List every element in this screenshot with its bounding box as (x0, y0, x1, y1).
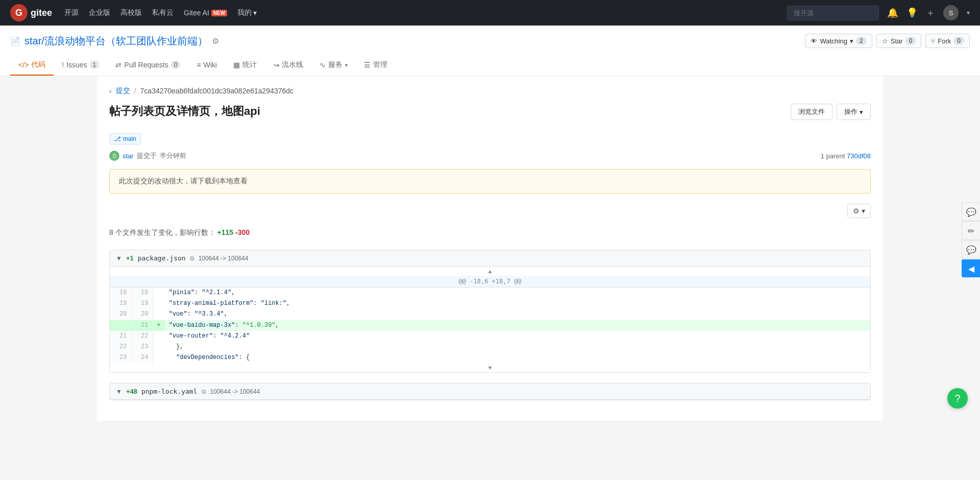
breadcrumb-separator: / (134, 87, 136, 95)
main-content: ‹ 提交 / 7ca34270eab6fdafc001dc39a082e61a2… (97, 76, 883, 421)
notice-box: 此次提交的改动很大，请下载到本地查看 (109, 169, 871, 194)
float-chat-icon[interactable]: 💬 (962, 203, 980, 221)
line-marker (153, 342, 165, 352)
file-diff-toggle-1[interactable]: ▼ (116, 255, 122, 262)
file-diff-toggle-2[interactable]: ▼ (116, 388, 122, 395)
nav-private[interactable]: 私有云 (152, 8, 174, 17)
tab-code[interactable]: </> 代码 (10, 55, 54, 76)
tab-pipeline[interactable]: ↝ 流水线 (265, 55, 311, 76)
breadcrumb-commits-link[interactable]: 提交 (116, 86, 130, 95)
commit-author-info: S star 提交于 半分钟前 (109, 151, 186, 161)
nav-right: 🔔 💡 ＋ S ▾ (787, 5, 970, 20)
commit-meta: S star 提交于 半分钟前 1 parent 730df08 (109, 151, 871, 161)
user-avatar[interactable]: S (943, 5, 959, 20)
watching-button[interactable]: 👁 Watching ▾ 2 (805, 34, 872, 48)
file-diff-pnpm-lock: ▼ +48 pnpm-lock.yaml ⧉ 100644 -> 100644 (109, 383, 871, 400)
file-diff-copy-icon-1[interactable]: ⧉ (190, 255, 194, 262)
tab-services[interactable]: ∿ 服务 ▾ (311, 55, 356, 76)
file-diff-filename-1[interactable]: package.json (138, 254, 186, 262)
line-content: "vue-router": "^4.2.4" (165, 331, 870, 342)
repo-full-path[interactable]: star/流浪动物平台（软工团队作业前端） (24, 34, 208, 48)
ai-new-badge: NEW (211, 10, 227, 16)
line-new-num: 22 (131, 331, 153, 342)
line-marker (153, 298, 165, 309)
repo-title-row: 📄 star/流浪动物平台（软工团队作业前端） ⚙ 👁 Watching ▾ 2… (10, 34, 970, 48)
author-avatar: S (109, 151, 119, 161)
issues-badge: 1 (90, 61, 100, 69)
parent-hash-link[interactable]: 730df08 (847, 152, 871, 160)
author-name-link[interactable]: star (122, 152, 134, 160)
tab-pullrequests[interactable]: ⇄ Pull Requests 0 (107, 55, 188, 76)
lamp-icon[interactable]: 💡 (906, 7, 918, 18)
commit-verb: 提交于 (137, 151, 157, 160)
gitee-logo-text: gitee (31, 8, 52, 18)
fork-button[interactable]: ⑂ Fork 0 (925, 34, 970, 48)
star-button[interactable]: ☆ Star 0 (876, 34, 922, 48)
line-marker: + (153, 320, 165, 331)
line-content: "pinia": "^2.1.4", (165, 287, 870, 298)
top-navigation: G gitee 开源 企业版 高校版 私有云 Gitee AI NEW 我的 ▾… (0, 0, 980, 26)
tab-admin[interactable]: ☰ 管理 (356, 55, 396, 76)
file-diff-filename-2[interactable]: pnpm-lock.yaml (141, 388, 198, 395)
star-count: 0 (905, 37, 916, 45)
fork-count: 0 (953, 37, 964, 45)
file-diff-header-1: ▼ +1 package.json ⧉ 100644 -> 100644 (110, 250, 870, 267)
diff-line: 18 18 "pinia": "^2.1.4", (110, 287, 870, 298)
commit-time: 半分钟前 (160, 151, 186, 160)
line-marker (153, 352, 165, 363)
repo-tabs: </> 代码 ! Issues 1 ⇄ Pull Requests 0 ≡ Wi… (10, 55, 970, 76)
nav-opensource[interactable]: 开源 (64, 8, 79, 17)
diff-line: 23 24 "devDependencies": { (110, 352, 870, 363)
diff-line-added: 21 + "vue-baidu-map-3x": "^1.0.39", (110, 320, 870, 331)
commit-branch-badge[interactable]: ⎇ main (109, 133, 141, 145)
pr-badge: 0 (171, 61, 181, 69)
browse-files-button[interactable]: 浏览文件 (791, 104, 832, 120)
diff-line: 22 23 }, (110, 342, 870, 352)
float-edit-icon[interactable]: ✏ (962, 222, 980, 240)
tab-issues[interactable]: ! Issues 1 (54, 55, 107, 76)
float-comment-icon[interactable]: 💬 (962, 241, 980, 259)
diff-settings-button[interactable]: ⚙ ▾ (847, 204, 871, 218)
line-content: "vue-baidu-map-3x": "^1.0.39", (165, 320, 870, 331)
diff-line: 20 20 "vue": "^3.3.4", (110, 309, 870, 320)
gear-icon: ⚙ (853, 207, 860, 215)
repo-header: 📄 star/流浪动物平台（软工团队作业前端） ⚙ 👁 Watching ▾ 2… (0, 26, 980, 76)
fork-icon: ⑂ (931, 37, 935, 45)
diff-stats: 8 个文件发生了变化，影响行数： +115 -300 (109, 224, 871, 242)
search-input[interactable] (787, 6, 879, 20)
file-diff-header-2: ▼ +48 pnpm-lock.yaml ⧉ 100644 -> 100644 (110, 383, 870, 400)
tab-stats[interactable]: ▦ 统计 (225, 55, 265, 76)
nav-enterprise[interactable]: 企业版 (89, 8, 110, 17)
line-old-num: 20 (110, 309, 131, 320)
file-diff-package-json: ▼ +1 package.json ⧉ 100644 -> 100644 ▲ @… (109, 250, 871, 373)
add-icon[interactable]: ＋ (926, 7, 935, 19)
avatar-dropdown[interactable]: ▾ (967, 9, 970, 16)
file-diff-copy-icon-2[interactable]: ⧉ (202, 388, 206, 395)
nav-university[interactable]: 高校版 (120, 8, 142, 17)
gitee-logo[interactable]: G gitee (10, 4, 52, 21)
watching-dropdown: ▾ (850, 37, 853, 45)
notification-icon[interactable]: 🔔 (887, 7, 898, 18)
tab-wiki[interactable]: ≡ Wiki (188, 55, 225, 76)
line-old-num: 22 (110, 342, 131, 352)
diff-expand-up[interactable]: ▲ (110, 267, 870, 276)
help-button[interactable]: ? (947, 388, 968, 409)
nav-ai[interactable]: Gitee AI NEW (184, 9, 227, 17)
commit-parent-info: 1 parent 730df08 (821, 152, 871, 160)
nav-my[interactable]: 我的 ▾ (237, 8, 257, 17)
diff-expand-down[interactable]: ▼ (110, 363, 870, 372)
line-old-num: 18 (110, 287, 131, 298)
stat-removed: -300 (235, 228, 250, 236)
actions-button[interactable]: 操作 ▾ (837, 104, 871, 120)
line-content: "vue": "^3.3.4", (165, 309, 870, 320)
line-new-num: 20 (131, 309, 153, 320)
repo-actions: 👁 Watching ▾ 2 ☆ Star 0 ⑂ Fork 0 (805, 34, 970, 48)
diff-settings-dropdown-icon: ▾ (862, 207, 865, 215)
line-content: }, (165, 342, 870, 352)
float-expand-icon[interactable]: ◀ (962, 259, 980, 278)
admin-icon: ☰ (364, 61, 371, 69)
repo-settings-icon[interactable]: ⚙ (212, 36, 219, 46)
actions-dropdown-icon: ▾ (860, 108, 863, 116)
line-content: "devDependencies": { (165, 352, 870, 363)
file-diff-added-count-2: +48 (126, 388, 137, 395)
